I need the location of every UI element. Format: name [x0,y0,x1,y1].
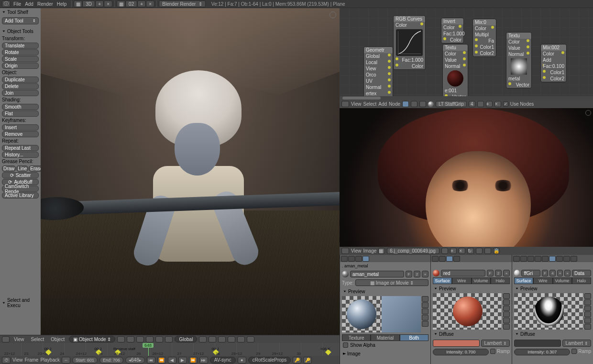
image-name-field[interactable]: 6.j_comp_000649.jpg [387,248,439,254]
timeline-ruler[interactable]: 22+12 23 23+12 00 J 24 24+12 00 J 25 Rec… [0,343,340,356]
range-toggle-icon[interactable]: ↔ [62,357,70,364]
tab-texture-icon[interactable] [362,256,369,262]
menu-help[interactable]: Help [57,1,67,7]
tab-material-b-icon[interactable] [446,256,453,262]
node-type-compositing-icon[interactable] [411,101,417,107]
tab-render-b-icon[interactable] [432,256,439,262]
keying-del-icon[interactable]: 🔑 [303,357,312,364]
preview-header-a[interactable]: Preview [340,287,430,296]
shading-solid-icon[interactable] [117,336,125,342]
translate-button[interactable]: Translate [2,43,39,49]
render-engine-dropdown[interactable]: Blender Render ⇕ [159,0,206,7]
use-nodes-checkbox[interactable] [503,101,508,107]
image-del-icon[interactable]: × [459,248,465,254]
pvtype-c6-icon[interactable] [584,324,591,330]
node-mix-1[interactable]: Mix:0 Color Multipl Fa Color1 Color2 [472,19,496,57]
layout-browse-icon[interactable]: ▦ [74,0,82,7]
tab-c4-icon[interactable] [535,256,541,262]
ne-menu-select[interactable]: Select [363,101,377,107]
preview-tab-texture[interactable]: Texture [342,334,371,341]
layout-del-icon[interactable]: × [104,0,112,7]
layer-1-icon[interactable] [199,336,207,342]
fake-user-button[interactable]: F [406,271,412,277]
node-editor-scrollbar[interactable] [340,96,593,100]
render-preview-icon[interactable] [237,336,245,342]
fake-user-b[interactable]: F [487,270,494,276]
diffuse-model-b[interactable]: Lambert ⇕ [481,340,510,347]
node-geometry[interactable]: Geometr Global Local View Orco UV Normal… [363,46,393,100]
join-button[interactable]: Join [2,90,39,96]
ne-menu-add[interactable]: Add [378,101,387,107]
pvtype-c1-icon[interactable] [584,293,591,299]
users-count[interactable]: 2 [414,271,420,277]
select-execute-header[interactable]: Select and Execu [0,296,41,309]
shading-surface-c[interactable]: Surface [514,277,533,284]
gp-erase-button[interactable]: Erase [29,165,41,172]
menu-render[interactable]: Render [37,1,53,7]
scatter-button[interactable]: ⟳Scatter [2,172,39,178]
node-mix-2[interactable]: Mix:002 Color Add Fac:0.100 Color1 Color… [540,44,567,82]
pvtype-b2-icon[interactable] [503,299,510,305]
ramp-check-c[interactable] [571,349,577,354]
node-material-name[interactable]: LT StaffGrip [436,101,467,107]
preview-type-3-icon[interactable] [422,309,428,314]
fake-user-c[interactable]: F [542,270,548,276]
tab-c2-icon[interactable] [520,256,527,262]
tab-world-icon[interactable] [355,256,362,262]
node-type-material-icon[interactable] [402,101,409,107]
material-name-b[interactable]: red [441,270,485,276]
manipulator-icon[interactable] [136,336,144,342]
pvtype-b3-icon[interactable] [503,306,510,311]
active-library-button[interactable]: Active Library [2,192,39,199]
ramp-check-b[interactable] [490,349,495,354]
preview-type-4-icon[interactable] [422,315,428,320]
mat-del-b-icon[interactable]: × [503,270,510,276]
timeline-cursor[interactable]: 648 [148,343,149,356]
ne-menu-view[interactable]: View [351,101,362,107]
mode-dropdown[interactable]: ▣ Object Mode ⇕ [69,336,115,342]
layout-add-icon[interactable]: + [95,0,104,7]
manip-scale-icon[interactable] [165,336,173,342]
image-add-icon[interactable]: + [450,248,457,254]
scene-del-icon[interactable]: × [146,0,154,7]
ie-menu-image[interactable]: Image [363,248,377,254]
manip-translate-icon[interactable] [146,336,154,342]
tab-c5-icon[interactable] [542,256,549,262]
shading-volume-c[interactable]: Volume [553,277,572,284]
diffuse-model-c[interactable]: Lambert ⇕ [562,340,591,347]
origin-button[interactable]: Origin [2,63,39,69]
insert-keyframe-button[interactable]: Insert [2,124,39,131]
duplicate-button[interactable]: Duplicate [2,77,39,83]
diffuse-color-b[interactable] [433,340,480,347]
node-invert[interactable]: Invert Color Fac:1.000 Color [441,18,464,44]
shading-volume-b[interactable]: Volume [472,277,491,284]
orientation-dropdown[interactable]: Global [175,336,197,342]
diffuse-header-c[interactable]: Diffuse [512,330,593,339]
intensity-b[interactable]: Intensity: 0.700 [433,349,489,355]
screen-layout-field[interactable]: 3D [82,0,95,7]
start-frame-field[interactable]: Start: 601 [72,357,98,364]
ie-menu-view[interactable]: View [351,248,362,254]
mat-add-c-icon[interactable]: + [557,270,563,276]
node-texture-2[interactable]: Textu Color Value Normal metal Vector [506,32,532,88]
keyframe-prev-icon[interactable]: ⏪ [157,357,166,364]
users-c[interactable]: 4 [549,270,556,276]
tl-menu-view[interactable]: View [12,357,23,363]
delete-button[interactable]: Delete [2,83,39,89]
tab-scene-icon[interactable] [348,256,355,262]
scene-field[interactable]: 02 [125,0,137,7]
mat-del-c-icon[interactable]: × [564,270,571,276]
gp-line-button[interactable]: Line [16,165,28,172]
material-name-c[interactable]: ffGri [521,270,540,276]
gp-draw-button[interactable]: Draw [2,165,16,172]
camswitch-button[interactable]: CamSwitch Rende [2,186,39,192]
image-lock-icon[interactable]: 🔒 [493,248,500,254]
vp-menu-select[interactable]: Select [29,337,47,342]
image-channel-icon[interactable] [484,248,491,254]
tab-texture-b-icon[interactable] [453,256,460,262]
add-tool-dropdown[interactable]: Add Tool [2,17,39,24]
texture-name-field[interactable]: aman_metal [350,271,404,277]
autokey-icon[interactable]: ● [238,357,246,364]
preview-header-c[interactable]: Preview [512,284,593,293]
pvtype-c2-icon[interactable] [584,299,591,305]
